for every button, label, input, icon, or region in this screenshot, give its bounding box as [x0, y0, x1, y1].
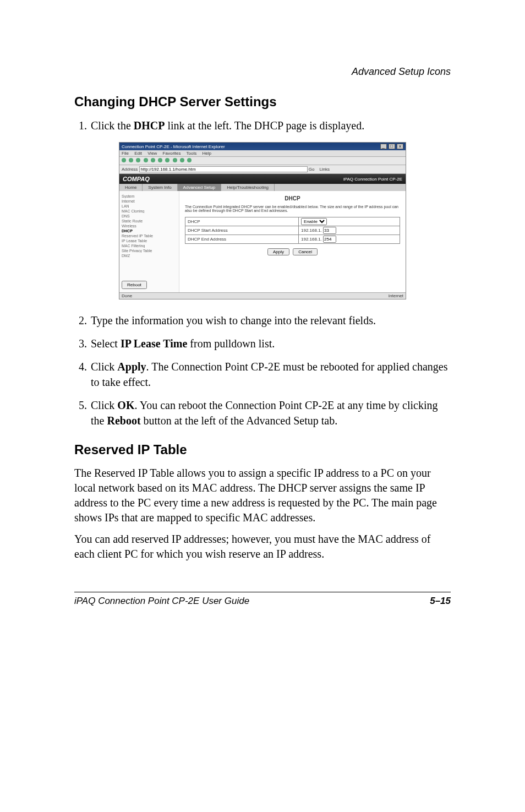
sidebar-item-system[interactable]: System [122, 194, 177, 198]
row-end-label: DHCP End Address [185, 235, 299, 244]
sidebar-item-dmz[interactable]: DMZ [122, 254, 177, 258]
sidebar-item-site-privacy[interactable]: Site Privacy Table [122, 249, 177, 253]
table-row: DHCP Enable [185, 217, 400, 226]
step-3-text-c: from pulldown list. [187, 337, 275, 350]
table-row: DHCP End Address 192.168.1. [185, 235, 400, 244]
step-1-bold: DHCP [134, 119, 165, 132]
sidebar-item-wireless[interactable]: Wireless [122, 224, 177, 228]
print-icon[interactable] [187, 158, 192, 162]
address-input[interactable] [139, 166, 308, 172]
step-3-text-a: Select [91, 337, 121, 350]
menu-view[interactable]: View [147, 151, 157, 156]
step-1-text-a: Click the [91, 119, 134, 132]
mail-icon[interactable] [180, 158, 184, 162]
browser-window: Connection Point CP-2E - Microsoft Inter… [119, 142, 406, 299]
step-5-text-e: button at the left of the Advanced Setup… [141, 415, 338, 427]
step-5-bold-reboot: Reboot [107, 415, 140, 427]
table-row: DHCP Start Address 192.168.1. [185, 226, 400, 235]
step-5-text-a: Click [91, 399, 117, 411]
address-bar: Address Go Links [119, 165, 406, 174]
dhcp-end-input[interactable] [323, 236, 336, 243]
home-icon[interactable] [151, 158, 155, 162]
search-icon[interactable] [158, 158, 162, 162]
sidebar-item-mac-filtering[interactable]: MAC Filtering [122, 244, 177, 248]
heading-changing-dhcp: Changing DHCP Server Settings [74, 94, 451, 110]
sidebar-item-static-route[interactable]: Static Route [122, 219, 177, 223]
tab-sysinfo[interactable]: System Info [143, 184, 177, 191]
menu-edit[interactable]: Edit [134, 151, 142, 156]
menu-favorites[interactable]: Favorites [163, 151, 181, 156]
start-prefix: 192.168.1. [301, 228, 322, 233]
brand-logo: COMPAQ [123, 176, 150, 182]
maximize-icon[interactable]: □ [389, 144, 395, 149]
window-controls: _ □ x [380, 144, 403, 149]
step-1: Click the DHCP link at the left. The DHC… [90, 118, 451, 133]
brand-bar: COMPAQ iPAQ Connection Point CP-2E [119, 174, 406, 184]
dhcp-start-input[interactable] [323, 227, 336, 234]
reboot-button[interactable]: Reboot [122, 281, 147, 289]
row-dhcp-label: DHCP [185, 217, 299, 226]
brand-product: iPAQ Connection Point CP-2E [343, 177, 402, 182]
step-4-bold: Apply [117, 361, 146, 373]
sidebar-item-mac-cloning[interactable]: MAC Cloning [122, 209, 177, 213]
page-footer: iPAQ Connection Point CP-2E User Guide 5… [74, 592, 451, 607]
cancel-button[interactable]: Cancel [293, 248, 318, 255]
dhcp-enable-select[interactable]: Enable [301, 218, 327, 225]
para-reserved-ip-1: The Reserved IP Table allows you to assi… [74, 466, 451, 525]
stop-icon[interactable] [136, 158, 140, 162]
step-3-bold: IP Lease Time [121, 337, 187, 350]
running-header: Advanced Setup Icons [74, 66, 451, 78]
minimize-icon[interactable]: _ [380, 144, 387, 149]
forward-icon[interactable] [129, 158, 133, 162]
menu-help[interactable]: Help [203, 151, 211, 156]
sidebar-item-lan[interactable]: LAN [122, 204, 177, 208]
footer-guide-title: iPAQ Connection Point CP-2E User Guide [74, 596, 249, 607]
tab-home[interactable]: Home [119, 184, 143, 191]
sidebar-item-ip-lease[interactable]: IP Lease Table [122, 239, 177, 243]
step-1-text-c: link at the left. The DHCP page is displ… [165, 119, 364, 132]
button-row: Apply Cancel [185, 248, 400, 255]
tab-troubleshooting[interactable]: Help/Troubleshooting [221, 184, 275, 191]
sidebar-item-dns[interactable]: DNS [122, 214, 177, 218]
step-4: Click Apply. The Connection Point CP-2E … [90, 359, 451, 390]
refresh-icon[interactable] [144, 158, 148, 162]
pane-description: The Connection Point integrated DHCP ser… [185, 205, 400, 212]
status-right: Internet [389, 293, 403, 298]
main-pane: DHCP The Connection Point integrated DHC… [179, 191, 406, 292]
step-4-text-a: Click [91, 361, 117, 373]
embedded-screenshot: Connection Point CP-2E - Microsoft Inter… [74, 142, 451, 299]
step-5: Click OK. You can reboot the Connection … [90, 397, 451, 428]
go-button[interactable]: Go [309, 167, 315, 172]
window-titlebar: Connection Point CP-2E - Microsoft Inter… [119, 143, 406, 150]
dhcp-settings-table: DHCP Enable DHCP Start Address 192.168.1… [185, 217, 400, 244]
favorites-icon[interactable] [165, 158, 169, 162]
close-icon[interactable]: x [397, 144, 403, 149]
window-title: Connection Point CP-2E - Microsoft Inter… [122, 144, 225, 149]
side-nav: System Internet LAN MAC Cloning DNS Stat… [119, 191, 179, 292]
menu-tools[interactable]: Tools [187, 151, 197, 156]
history-icon[interactable] [173, 158, 177, 162]
step-5-bold-ok: OK [117, 399, 134, 411]
footer-page-number: 5–15 [430, 596, 451, 607]
end-prefix: 192.168.1. [301, 237, 322, 242]
browser-toolbar [119, 157, 406, 165]
content-area: System Internet LAN MAC Cloning DNS Stat… [119, 191, 406, 292]
step-3: Select IP Lease Time from pulldown list. [90, 336, 451, 351]
document-page: Advanced Setup Icons Changing DHCP Serve… [0, 0, 525, 812]
sidebar-item-internet[interactable]: Internet [122, 199, 177, 203]
step-2: Type the information you wish to change … [90, 313, 451, 328]
status-bar: Done Internet [119, 292, 406, 299]
heading-reserved-ip: Reserved IP Table [74, 442, 451, 457]
pane-title: DHCP [185, 195, 400, 201]
menu-file[interactable]: File [122, 151, 129, 156]
tab-advanced-setup[interactable]: Advanced Setup [178, 184, 222, 191]
links-label[interactable]: Links [319, 167, 330, 172]
steps-list-top: Click the DHCP link at the left. The DHC… [74, 118, 451, 133]
sidebar-item-dhcp[interactable]: DHCP [122, 229, 177, 233]
address-label: Address [122, 167, 138, 172]
row-start-label: DHCP Start Address [185, 226, 299, 235]
apply-button[interactable]: Apply [267, 248, 289, 255]
back-icon[interactable] [122, 158, 126, 162]
sidebar-item-reserved-ip[interactable]: Reserved IP Table [122, 234, 177, 238]
para-reserved-ip-2: You can add reserved IP addresses; howev… [74, 532, 451, 562]
